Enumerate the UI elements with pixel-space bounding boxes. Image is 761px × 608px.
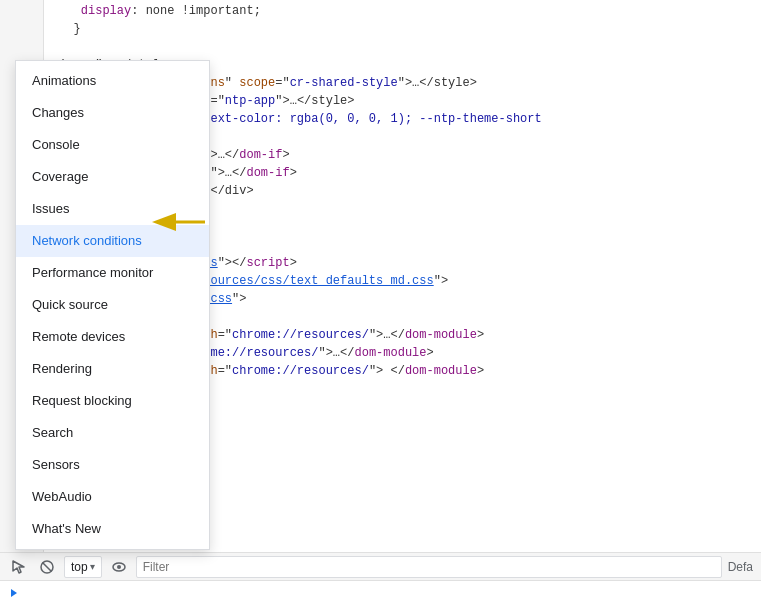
inspect-button[interactable] [8, 556, 30, 578]
context-menu: Animations Changes Console Coverage Issu… [15, 60, 210, 550]
menu-item-search[interactable]: Search [16, 417, 209, 449]
menu-item-whats-new[interactable]: What's New [16, 513, 209, 545]
svg-marker-2 [13, 561, 24, 573]
default-label: Defa [728, 560, 753, 574]
menu-item-animations[interactable]: Animations [16, 65, 209, 97]
menu-item-sensors[interactable]: Sensors [16, 449, 209, 481]
menu-item-remote-devices[interactable]: Remote devices [16, 321, 209, 353]
menu-item-request-blocking[interactable]: Request blocking [16, 385, 209, 417]
bottom-toolbar-row1: top ▾ Defa [0, 552, 761, 580]
svg-marker-7 [11, 589, 17, 597]
menu-item-performance-monitor[interactable]: Performance monitor [16, 257, 209, 289]
menu-item-coverage[interactable]: Coverage [16, 161, 209, 193]
svg-line-4 [43, 562, 52, 571]
filter-input[interactable] [136, 556, 722, 578]
menu-item-webaudio[interactable]: WebAudio [16, 481, 209, 513]
block-icon [39, 559, 55, 575]
menu-item-console[interactable]: Console [16, 129, 209, 161]
prompt-icon [8, 587, 20, 603]
menu-item-quick-source[interactable]: Quick source [16, 289, 209, 321]
inspect-icon [11, 559, 27, 575]
arrow-icon [150, 202, 210, 242]
eye-button[interactable] [108, 556, 130, 578]
svg-point-6 [117, 565, 121, 569]
chevron-down-icon: ▾ [90, 561, 95, 572]
chevron-right-icon [8, 587, 20, 599]
menu-item-changes[interactable]: Changes [16, 97, 209, 129]
frame-selector-value: top [71, 560, 88, 574]
menu-item-rendering[interactable]: Rendering [16, 353, 209, 385]
block-button[interactable] [36, 556, 58, 578]
eye-icon [111, 559, 127, 575]
frame-selector[interactable]: top ▾ [64, 556, 102, 578]
console-prompt-bar[interactable] [0, 580, 761, 608]
